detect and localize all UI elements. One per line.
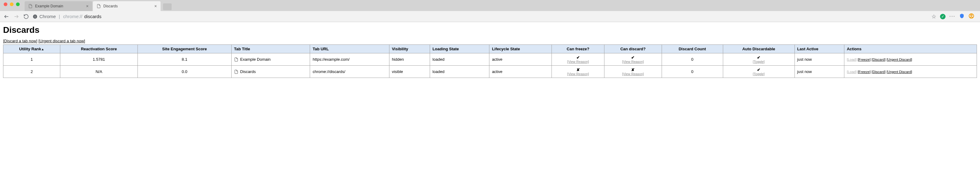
cell-site-engagement: 8.1 — [137, 53, 231, 66]
bookmark-star-icon[interactable]: ☆ — [931, 13, 936, 20]
freeze-action[interactable]: [Freeze] — [858, 58, 870, 61]
cell-tab-url: https://example.com/ — [310, 53, 389, 66]
extension-icon[interactable]: ••• — [949, 14, 955, 19]
col-tab-url[interactable]: Tab URL — [310, 45, 389, 53]
col-tab-title[interactable]: Tab Title — [231, 45, 310, 53]
address-separator: | — [59, 14, 60, 19]
back-button[interactable] — [4, 14, 9, 19]
freeze-action[interactable]: [Freeze] — [858, 70, 870, 74]
cell-auto-discardable: ✔[Toggle] — [723, 53, 794, 66]
check-icon: ✘ — [576, 68, 580, 72]
top-actions: [Discard a tab now] [Urgent discard a ta… — [3, 39, 977, 43]
load-action: [Load] — [847, 58, 857, 61]
new-tab-button[interactable] — [163, 3, 172, 10]
page-title: Discards — [3, 25, 977, 35]
tab-strip: Example Domain × Discards × — [0, 0, 980, 11]
col-can-freeze[interactable]: Can freeze? — [552, 45, 604, 53]
svg-rect-3 — [35, 16, 35, 17]
cell-visibility: visible — [389, 66, 430, 78]
nav-buttons — [4, 14, 29, 19]
col-auto-discardable[interactable]: Auto Discardable — [723, 45, 794, 53]
view-reason-link[interactable]: [View Reason] — [607, 60, 659, 63]
toolbar: Chrome | chrome://discards ☆ ✓ ••• — [0, 11, 980, 22]
cell-loading-state: loaded — [430, 66, 489, 78]
check-icon: ✔ — [631, 55, 635, 60]
check-icon: ✔ — [757, 55, 760, 60]
cell-discard-count: 0 — [662, 66, 723, 78]
cell-last-active: just now — [794, 53, 844, 66]
toggle-link[interactable]: [Toggle] — [725, 72, 792, 76]
browser-tab[interactable]: Discards × — [93, 1, 161, 11]
col-actions[interactable]: Actions — [844, 45, 977, 53]
check-icon: ✔ — [576, 55, 580, 60]
window-close-button[interactable] — [4, 2, 7, 6]
address-scheme: Chrome — [39, 14, 56, 19]
urgent-discard-action[interactable]: [Urgent Discard] — [886, 58, 912, 61]
cell-tab-url: chrome://discards/ — [310, 66, 389, 78]
discard-tab-now-link[interactable]: [Discard a tab now] — [3, 39, 37, 43]
check-icon: ✔ — [757, 68, 760, 72]
col-loading-state[interactable]: Loading State — [430, 45, 489, 53]
col-last-active[interactable]: Last Active — [794, 45, 844, 53]
extension-icon[interactable] — [959, 13, 965, 20]
svg-point-6 — [971, 14, 972, 16]
cell-site-engagement: 0.0 — [137, 66, 231, 78]
col-can-discard[interactable]: Can discard? — [604, 45, 662, 53]
reload-button[interactable] — [23, 14, 29, 19]
col-utility-rank[interactable]: Utility Rank▲ — [3, 45, 60, 53]
col-site-engagement[interactable]: Site Engagement Score — [137, 45, 231, 53]
site-info-icon[interactable] — [33, 14, 38, 19]
table-row: 11.57818.1Example Domainhttps://example.… — [3, 53, 977, 66]
toggle-link[interactable]: [Toggle] — [725, 60, 792, 63]
extension-icon[interactable]: ✓ — [940, 14, 945, 19]
address-bar[interactable]: Chrome | chrome://discards — [33, 14, 928, 19]
window-minimize-button[interactable] — [10, 2, 14, 6]
cell-reactivation-score: N/A — [60, 66, 137, 78]
browser-chrome: Example Domain × Discards × — [0, 0, 980, 11]
page-content: Discards [Discard a tab now] [Urgent dis… — [0, 22, 980, 81]
cell-actions: [Load] [Freeze] [Discard] [Urgent Discar… — [844, 66, 977, 78]
cell-tab-title: Example Domain — [231, 53, 310, 66]
table-row: 2N/A0.0Discardschrome://discards/visible… — [3, 66, 977, 78]
cell-auto-discardable: ✔[Toggle] — [723, 66, 794, 78]
urgent-discard-tab-now-link[interactable]: [Urgent discard a tab now] — [38, 39, 85, 43]
forward-button[interactable] — [14, 14, 19, 19]
cell-loading-state: loaded — [430, 53, 489, 66]
col-visibility[interactable]: Visibility — [389, 45, 430, 53]
check-icon: ✘ — [631, 68, 635, 72]
view-reason-link[interactable]: [View Reason] — [554, 60, 601, 63]
cell-utility-rank: 1 — [3, 53, 60, 66]
col-reactivation-score[interactable]: Reactivation Score — [60, 45, 137, 53]
page-icon — [234, 70, 239, 74]
view-reason-link[interactable]: [View Reason] — [554, 72, 601, 76]
toolbar-right: ☆ ✓ ••• — [931, 13, 976, 20]
table-header-row: Utility Rank▲ Reactivation Score Site En… — [3, 45, 977, 53]
cell-discard-count: 0 — [662, 53, 723, 66]
profile-icon[interactable] — [968, 13, 974, 20]
cell-can-discard: ✔[View Reason] — [604, 53, 662, 66]
tab-close-button[interactable]: × — [86, 4, 89, 9]
cell-lifecycle-state: active — [489, 66, 552, 78]
view-reason-link[interactable]: [View Reason] — [607, 72, 659, 76]
discards-table: Utility Rank▲ Reactivation Score Site En… — [3, 44, 977, 78]
address-origin: chrome:// — [63, 14, 83, 19]
col-discard-count[interactable]: Discard Count — [662, 45, 723, 53]
col-lifecycle-state[interactable]: Lifecycle State — [489, 45, 552, 53]
page-icon — [234, 57, 239, 62]
cell-actions: [Load] [Freeze] [Discard] [Urgent Discar… — [844, 53, 977, 66]
discard-action[interactable]: [Discard] — [872, 58, 886, 61]
page-icon — [97, 4, 101, 8]
svg-rect-4 — [35, 15, 35, 16]
discard-action[interactable]: [Discard] — [872, 70, 886, 74]
cell-reactivation-score: 1.5781 — [60, 53, 137, 66]
load-action: [Load] — [847, 70, 857, 74]
sort-indicator-icon: ▲ — [41, 47, 44, 51]
window-controls — [0, 0, 23, 9]
window-zoom-button[interactable] — [16, 2, 20, 6]
cell-utility-rank: 2 — [3, 66, 60, 78]
browser-tab[interactable]: Example Domain × — [25, 1, 92, 11]
urgent-discard-action[interactable]: [Urgent Discard] — [886, 70, 912, 74]
cell-can-discard: ✘[View Reason] — [604, 66, 662, 78]
tab-title: Example Domain — [35, 4, 63, 8]
tab-close-button[interactable]: × — [154, 4, 157, 9]
